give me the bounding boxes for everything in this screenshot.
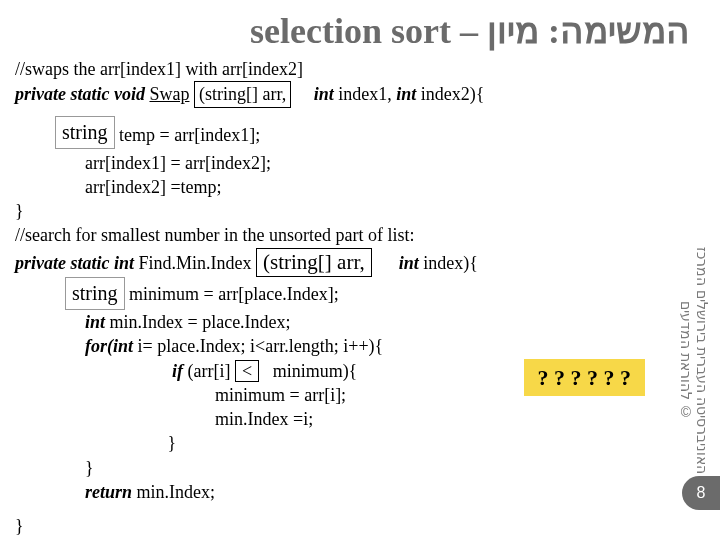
title-en: selection sort – (250, 11, 487, 51)
param-box: (string[] arr, (256, 248, 372, 277)
page-number: 8 (697, 484, 706, 502)
code-line: string minimum = arr[place.Index]; (15, 277, 705, 310)
code-block: //swaps the arr[index1] with arr[index2]… (0, 57, 720, 539)
slide-title: selection sort – המשימה: מיון (0, 0, 720, 57)
code-line: if (arr[i] < minimum){ ? ? ? ? ? ? (15, 359, 705, 383)
code-line: return min.Index; (15, 480, 705, 504)
code-line: private static void Swap (string[] arr, … (15, 81, 705, 107)
code-line: arr[index1] = arr[index2]; (15, 151, 705, 175)
code-line: arr[index2] =temp; (15, 175, 705, 199)
code-line: } (15, 431, 705, 455)
type-badge-string: string (65, 277, 125, 310)
page-number-badge: 8 (682, 476, 720, 510)
code-line: } (15, 514, 705, 538)
title-he: המשימה: מיון (487, 11, 690, 51)
code-line: //search for smallest number in the unso… (15, 223, 705, 247)
type-badge-string: string (55, 116, 115, 149)
param-box: (string[] arr, (194, 81, 291, 107)
code-line: for(int i= place.Index; i<arr.length; i+… (15, 334, 705, 358)
code-line: minimum = arr[i]; (15, 383, 705, 407)
code-line: private static int Find.Min.Index (strin… (15, 248, 705, 277)
operator-box: < (235, 360, 259, 382)
code-line: //swaps the arr[index1] with arr[index2] (15, 57, 705, 81)
code-line: int min.Index = place.Index; (15, 310, 705, 334)
copyright-sidebar: האוניברסיטה העברית בירושלים המרכז להוראת… (678, 235, 710, 485)
code-line: string temp = arr[index1]; (15, 118, 705, 151)
code-line: min.Index =i; (15, 407, 705, 431)
code-line: } (15, 199, 705, 223)
code-line: } (15, 456, 705, 480)
